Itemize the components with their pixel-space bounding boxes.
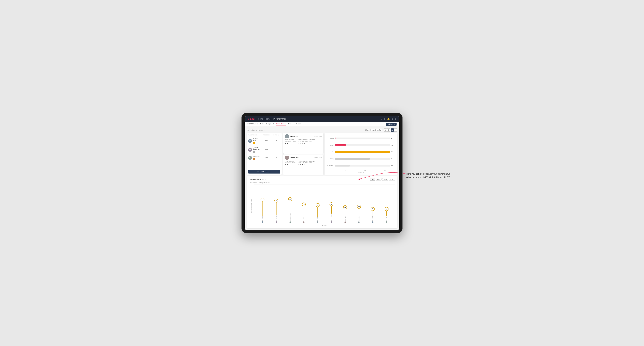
subnav-all-players[interactable]: All Players xyxy=(294,123,302,126)
streak-value: 4x xyxy=(357,205,361,209)
chart-bars: Eagles 3 Birdies 96 xyxy=(326,134,396,169)
streak-line xyxy=(359,208,359,216)
putt-button[interactable]: PUTT xyxy=(389,178,395,181)
nav-teams[interactable]: Teams xyxy=(265,118,270,120)
bottom-section: Best Round Streaks OTT APP ARG PUTT Off … xyxy=(247,176,397,228)
subnav-pga[interactable]: PGA xyxy=(260,123,264,126)
stat-group-practice: Total Practice Activities OTT APP ARG PU… xyxy=(298,161,315,166)
search-icon[interactable]: ⌕ xyxy=(381,118,382,120)
streak-player-col: 6x B. McHerg xyxy=(274,184,278,223)
tournament-label: Tournament xyxy=(285,141,291,142)
nav-icons: ⌕ ⊙ 🔔 ⊕ ◉ xyxy=(381,118,396,120)
subnav: PGAT Players PGA Hcaps 1-5 Team Clippd T… xyxy=(245,122,399,127)
x-label: 200 xyxy=(355,170,376,171)
x-label: 400 xyxy=(376,170,396,171)
chart-view-button[interactable]: ▦ xyxy=(390,128,394,132)
streak-player-col: 5x R. Britt xyxy=(316,184,320,223)
streak-player-col: 3x C. Quick xyxy=(385,184,388,223)
subnav-tour[interactable]: Tour xyxy=(288,123,291,126)
bar-fill xyxy=(335,138,336,139)
pc-header: Josh Coles 26 Aug 2023 xyxy=(285,156,322,160)
avatar: EC xyxy=(248,148,252,152)
user-icon[interactable]: ⊙ xyxy=(384,118,386,120)
bar-fill xyxy=(335,144,346,146)
player-name-label: E. Ewert xyxy=(262,216,263,220)
avatar-icon[interactable]: ◉ xyxy=(395,118,396,120)
lb-col-avg: PB AVG SQ xyxy=(272,134,280,136)
navbar: clippd Home Teams My Performance ⌕ ⊙ 🔔 ⊕… xyxy=(245,116,399,122)
lb-col-player: PLAYER NAME xyxy=(248,134,261,136)
player-info: RB Richard Butler 1 xyxy=(248,138,261,144)
bar-label: Eagles xyxy=(326,138,334,139)
arg-button[interactable]: ARG xyxy=(382,178,388,181)
team-name: Team Clippd 14 Players xyxy=(247,129,262,131)
pc-stats: Total Rounds Tournament Practice 7 2 xyxy=(285,161,322,166)
subnav-team-clippd[interactable]: Team Clippd xyxy=(276,123,286,126)
player-avatar-dot xyxy=(344,221,346,223)
bs-header: Best Round Streaks OTT APP ARG PUTT xyxy=(249,178,395,181)
streak-value: 7x xyxy=(260,198,264,201)
putt-val: 0 xyxy=(304,142,305,144)
stat-label: Total Practice Activities xyxy=(298,161,315,162)
player-card: Josh Coles 26 Aug 2023 Total Rounds Tour… xyxy=(283,155,324,175)
player-name-label: R. Britt xyxy=(317,217,318,220)
top-section: PLAYER NAME PB SCORE PB AVG SQ RB Richar… xyxy=(247,133,397,175)
player-name: Cameron... xyxy=(253,155,260,157)
app-logo: clippd xyxy=(248,118,254,120)
view-leaderboard-button[interactable]: View Full Leaderboard xyxy=(248,170,280,173)
team-controls: Show Last 3 months ⊞ ☰ ▦ ≡ xyxy=(365,128,397,132)
chart-panel: Eagles 3 Birdies 96 xyxy=(325,133,397,175)
bar-track xyxy=(335,138,390,139)
streak-line xyxy=(304,206,304,216)
streak-line xyxy=(372,211,373,216)
stat-label: Total Rounds xyxy=(285,161,296,162)
player-name-label: C. Quick xyxy=(386,216,387,220)
practice-val: 4 xyxy=(287,142,288,144)
putt-val: 1 xyxy=(304,164,305,166)
grid-view-button[interactable]: ⊞ xyxy=(384,128,387,132)
edit-icon[interactable]: ✎ xyxy=(264,129,265,131)
rank-badge: 3 xyxy=(253,158,255,160)
practice-label: Practice xyxy=(292,162,296,163)
player-name-group: Cameron... 3 xyxy=(253,155,260,160)
add-team-button[interactable]: Add Team xyxy=(386,123,396,126)
streak-bar: 6x xyxy=(288,197,292,213)
bs-controls: OTT APP ARG PUTT xyxy=(370,178,395,181)
rank-badge: 2 xyxy=(253,151,255,153)
bell-icon[interactable]: 🔔 xyxy=(387,118,390,120)
streak-line xyxy=(345,209,346,216)
nav-my-performance[interactable]: My Performance xyxy=(273,118,286,120)
player-name-label: D. Billingham xyxy=(290,213,291,220)
streak-player-col: 6x D. Billingham xyxy=(288,184,292,223)
stat-group-rounds: Total Rounds Tournament Practice 7 2 xyxy=(285,161,296,166)
streak-value: 3x xyxy=(385,207,388,211)
chart-x-labels: 0 200 400 xyxy=(335,170,396,171)
app-label: APP xyxy=(302,141,304,142)
tablet-screen: clippd Home Teams My Performance ⌕ ⊙ 🔔 ⊕… xyxy=(245,116,399,230)
settings-icon[interactable]: ⊕ xyxy=(392,118,393,120)
app-val: 0 xyxy=(300,164,301,166)
bar-value: 96 xyxy=(391,145,396,146)
time-filter-dropdown[interactable]: Last 3 months xyxy=(370,129,382,131)
tournament-val: 8 xyxy=(285,142,286,144)
subnav-hcaps[interactable]: Hcaps 1-5 xyxy=(266,123,274,126)
ott-button[interactable]: OTT xyxy=(370,178,375,181)
subnav-links: PGAT Players PGA Hcaps 1-5 Team Clippd T… xyxy=(248,123,386,126)
player-name-label: E. Crossman xyxy=(331,213,332,220)
bar-row-pars: Pars 499 xyxy=(326,151,396,153)
nav-home[interactable]: Home xyxy=(258,118,263,120)
bar-label: Birdies xyxy=(326,145,334,146)
player-avatar-dot xyxy=(372,221,374,223)
streak-player-col: 3x R. Butler xyxy=(371,184,375,223)
player-name-group: Edward Crossman 2 xyxy=(253,147,261,153)
streak-bar: 6x xyxy=(274,199,278,215)
practice-label: Practice xyxy=(292,141,296,142)
list-view-button[interactable]: ☰ xyxy=(387,128,390,132)
streak-value: 3x xyxy=(371,207,375,211)
settings-view-button[interactable]: ≡ xyxy=(394,128,397,132)
streak-bar: 3x xyxy=(371,207,375,216)
app-button[interactable]: APP xyxy=(376,178,382,181)
bar-value: 131 xyxy=(391,165,396,166)
streak-value: 5x xyxy=(302,202,306,206)
subnav-pgat[interactable]: PGAT Players xyxy=(248,123,258,126)
